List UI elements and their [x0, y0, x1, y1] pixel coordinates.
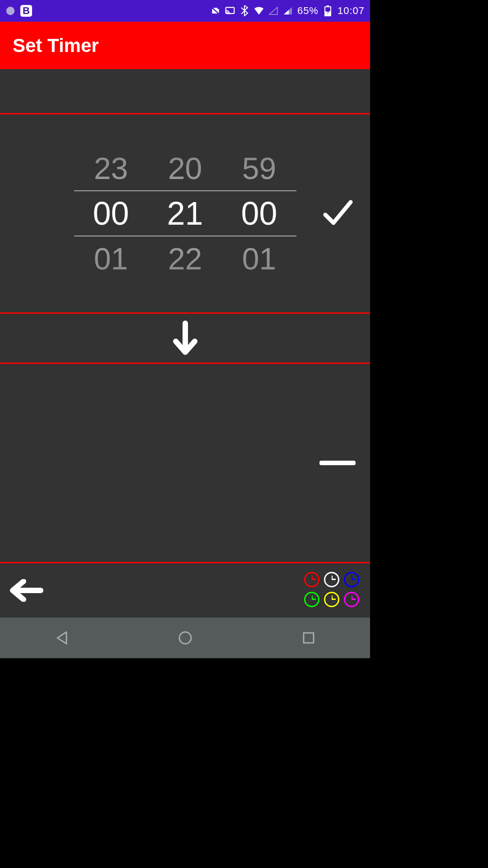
svg-rect-11 [304, 633, 314, 643]
svg-point-0 [6, 7, 14, 15]
content-area: 23 00 01 20 21 22 59 00 01 [0, 69, 370, 618]
minutes-current: 21 [167, 191, 203, 236]
bluetooth-icon [239, 6, 249, 16]
seconds-current: 00 [241, 191, 277, 236]
hours-current: 00 [93, 191, 129, 236]
remove-button[interactable] [319, 461, 356, 465]
checkmark-icon [320, 196, 355, 231]
battery-percent-text: 65% [297, 5, 319, 17]
nav-back-button[interactable] [39, 624, 84, 651]
seconds-prev: 59 [242, 146, 277, 191]
nav-home-button[interactable] [163, 624, 208, 651]
clock-text: 10:07 [338, 5, 365, 17]
seconds-next: 01 [242, 236, 277, 281]
battery-charging-icon [323, 6, 333, 16]
arrow-left-icon [9, 579, 45, 602]
theme-clock-white[interactable] [324, 572, 339, 587]
theme-clock-green[interactable] [304, 592, 319, 607]
secondary-timer-section [0, 364, 370, 562]
page-title: Set Timer [13, 35, 99, 57]
signal-empty-icon [268, 6, 278, 16]
app-title-bar: Set Timer [0, 22, 370, 69]
svg-rect-6 [327, 5, 329, 7]
triangle-back-icon [56, 631, 68, 645]
hours-picker[interactable]: 23 00 01 [74, 146, 148, 281]
svg-point-10 [179, 632, 191, 644]
circle-home-icon [178, 631, 192, 645]
square-recent-icon [302, 632, 315, 644]
bottom-toolbar [0, 563, 370, 618]
minutes-picker[interactable]: 20 21 22 [148, 146, 222, 281]
back-button[interactable] [9, 577, 45, 604]
theme-clock-yellow[interactable] [324, 592, 339, 607]
theme-clock-red[interactable] [304, 572, 319, 587]
nav-recent-button[interactable] [286, 624, 331, 651]
theme-clock-magenta[interactable] [344, 592, 359, 607]
hours-prev: 23 [94, 146, 128, 191]
hours-next: 01 [94, 236, 128, 281]
time-picker-section: 23 00 01 20 21 22 59 00 01 [0, 114, 370, 312]
android-nav-bar [0, 618, 370, 658]
signal-icon [283, 6, 293, 16]
briefcase-off-icon [211, 6, 221, 16]
color-theme-grid [304, 572, 361, 609]
svg-text:B: B [23, 5, 30, 16]
confirm-button[interactable] [319, 195, 356, 231]
app-b-icon: B [20, 5, 33, 17]
minutes-next: 22 [168, 236, 202, 281]
theme-clock-blue[interactable] [344, 572, 359, 587]
seconds-picker[interactable]: 59 00 01 [222, 146, 296, 281]
countdown-indicator-button[interactable] [167, 320, 203, 356]
minutes-prev: 20 [168, 146, 202, 191]
wifi-icon [254, 6, 264, 16]
cast-icon [225, 6, 235, 16]
android-status-bar: B 65% 10:07 [0, 0, 370, 22]
app-notification-icon [5, 6, 15, 16]
arrow-down-icon [172, 321, 198, 356]
